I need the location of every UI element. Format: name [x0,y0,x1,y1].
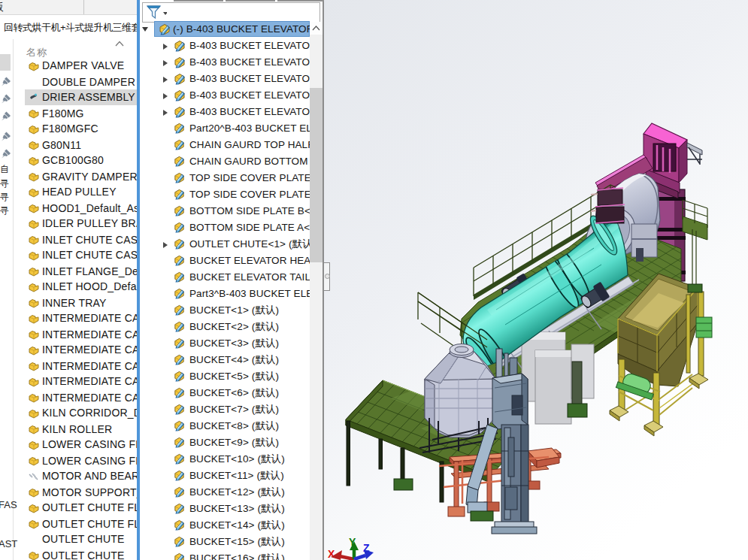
svg-text:X: X [328,548,335,560]
